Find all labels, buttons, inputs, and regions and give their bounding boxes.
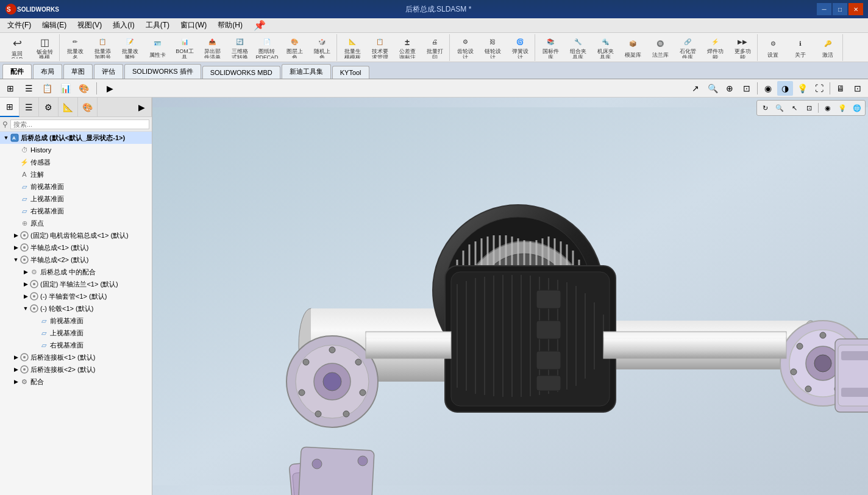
tree-history[interactable]: ▶ ⏱ History <box>0 144 152 156</box>
minimize-button[interactable]: ─ <box>817 3 831 15</box>
view-display-btn[interactable]: ◉ <box>760 81 776 96</box>
tb-petro-lib[interactable]: 🔗 石化管件库 <box>674 35 701 60</box>
tab-xindi[interactable]: 新迪工具集 <box>282 64 331 79</box>
tree-hub-right-plane[interactable]: ▶ ▱ 右视基准面 <box>0 339 152 351</box>
view-tools-btn[interactable]: ⊡ <box>850 81 866 96</box>
tree-hub-top-plane[interactable]: ▶ ▱ 上视基准面 <box>0 327 152 339</box>
panel-tab-property[interactable]: ☰ <box>20 98 39 117</box>
close-button[interactable]: ✕ <box>848 3 863 15</box>
fixed-flange-toggle[interactable]: ▶ <box>22 280 29 288</box>
tb-gear-design[interactable]: ⚙ 齿轮设计 <box>452 35 478 60</box>
tb-batch-rename[interactable]: ✏ 批量改名 <box>62 35 88 60</box>
tree-motor-gearbox[interactable]: ▶ (固定) 电机齿轮箱总成<1> (默认) <box>0 229 152 241</box>
tb-tolerance[interactable]: ± 公差查询标注 <box>394 35 421 60</box>
view-filter-btn[interactable]: ◑ <box>777 81 793 96</box>
tb-more[interactable]: ▶▶ 更多功能 <box>729 35 756 60</box>
vp-lights-btn[interactable]: 💡 <box>836 102 849 114</box>
sleeve-toggle[interactable]: ▶ <box>22 293 29 300</box>
motor-toggle[interactable]: ▶ <box>12 232 20 239</box>
cp2-toggle[interactable]: ▶ <box>12 366 20 373</box>
config-manager-btn[interactable]: 📋 <box>39 81 55 96</box>
tree-front-plane[interactable]: ▶ ▱ 前视基准面 <box>0 180 152 193</box>
viewport[interactable]: ↻ 🔍 ↖ ⊡ ◉ 💡 🌐 <box>152 98 868 495</box>
tb-batch-add-num[interactable]: 📋 批量添加图号 <box>89 35 116 60</box>
vp-scene-btn[interactable]: 🌐 <box>850 102 864 114</box>
feature-manager-btn[interactable]: ⊞ <box>2 81 18 96</box>
panel-tab-appear[interactable]: 🎨 <box>78 98 98 117</box>
tree-origin[interactable]: ▶ ⊕ 原点 <box>0 217 152 229</box>
tree-connect-plate1[interactable]: ▶ 后桥连接板<1> (默认) <box>0 351 152 363</box>
view-zoom-btn[interactable]: 🔍 <box>705 81 720 96</box>
menu-file[interactable]: 文件(F) <box>2 19 36 32</box>
tb-batch-prop[interactable]: 📝 批量改属性 <box>116 35 143 60</box>
vp-display-style-btn[interactable]: ◉ <box>821 102 834 114</box>
root-toggle[interactable]: ▼ <box>2 134 10 141</box>
tab-buju[interactable]: 布局 <box>33 64 62 79</box>
hub-toggle[interactable]: ▼ <box>22 305 29 312</box>
tb-settings[interactable]: ⚙ 设置 <box>760 35 786 60</box>
panel-tab-dim[interactable]: 📐 <box>59 98 78 117</box>
tree-half-shaft2[interactable]: ▼ 半轴总成<2> (默认) <box>0 254 152 266</box>
cp1-toggle[interactable]: ▶ <box>12 354 20 361</box>
vp-zoom-btn[interactable]: 🔍 <box>773 102 786 114</box>
view-zoomin-btn[interactable]: ⊕ <box>722 81 738 96</box>
tree-right-plane[interactable]: ▶ ▱ 右视基准面 <box>0 205 152 217</box>
tab-peijian[interactable]: 配件 <box>2 64 32 79</box>
tb-pdf[interactable]: 📄 图纸转PDFCAD <box>254 35 280 60</box>
dim-expert-btn[interactable]: 📊 <box>57 81 73 96</box>
tree-fixed-flange[interactable]: ▶ (固定) 半轴法兰<1> (默认) <box>0 278 152 290</box>
tb-tech-req[interactable]: 📋 技术要求管理 <box>366 35 393 60</box>
tb-export-bom[interactable]: 📤 异出部件清单 <box>199 35 226 60</box>
tree-top-plane[interactable]: ▶ ▱ 上视基准面 <box>0 193 152 205</box>
tb-activate[interactable]: 🔑 激活 <box>814 35 841 60</box>
tb-sheet-metal[interactable]: ◫ 钣金转换模 <box>31 35 58 60</box>
tb-flange-lib[interactable]: 🔘 法兰库 <box>647 35 674 60</box>
tree-sensor[interactable]: ▶ ⚡ 传感器 <box>0 156 152 168</box>
vp-rotate-btn[interactable]: ↻ <box>758 102 772 114</box>
view-scene-btn[interactable]: 💡 <box>794 81 810 96</box>
tb-std-lib[interactable]: 📚 国标件库 <box>537 35 564 60</box>
tb-prop-card[interactable]: 🪪 属性卡 <box>144 35 171 60</box>
tb-bom[interactable]: 📊 BOM工具 <box>171 35 198 60</box>
tb-random-color[interactable]: 🎲 随机上色 <box>308 35 335 60</box>
panel-tab-config[interactable]: ⚙ <box>39 98 59 117</box>
pin-icon[interactable]: 📌 <box>254 20 266 31</box>
tree-hub-front-plane[interactable]: ▶ ▱ 前视基准面 <box>0 315 152 327</box>
tab-kytool[interactable]: KYTool <box>332 66 369 79</box>
tree-mates-in-asm[interactable]: ▶ ⚙ 后桥总成 中的配合 <box>0 266 152 278</box>
maximize-button[interactable]: □ <box>833 3 847 15</box>
tb-sprocket-design[interactable]: ⛓ 链轮设计 <box>479 35 506 60</box>
tb-combo-fixture[interactable]: 🔧 组合夹具库 <box>564 35 591 60</box>
mates-toggle[interactable]: ▶ <box>12 378 20 385</box>
view-normal-btn[interactable]: ↗ <box>688 81 703 96</box>
tb-back-cad[interactable]: ↩ 返回CAD <box>4 35 30 60</box>
tab-pinggu[interactable]: 评估 <box>94 64 123 79</box>
tb-layer-color[interactable]: 🎨 图层上色 <box>281 35 308 60</box>
tree-sleeve[interactable]: ▶ (-) 半轴套管<1> (默认) <box>0 290 152 302</box>
menu-tools[interactable]: 工具(T) <box>141 19 174 32</box>
mates-in-asm-toggle[interactable]: ▶ <box>22 268 29 276</box>
tb-about[interactable]: ℹ 关于 <box>787 35 814 60</box>
panel-tab-feature[interactable]: ⊞ <box>0 98 20 117</box>
menu-view[interactable]: 视图(V) <box>73 19 107 32</box>
filter-input[interactable] <box>10 119 149 129</box>
tree-half-shaft1[interactable]: ▶ 半轴总成<1> (默认) <box>0 241 152 254</box>
view-more-btn[interactable]: ⛶ <box>811 81 827 96</box>
view-screen-btn[interactable]: 🖥 <box>833 81 848 96</box>
tree-connect-plate2[interactable]: ▶ 后桥连接板<2> (默认) <box>0 363 152 376</box>
tab-sw-mbd[interactable]: SOLIDWORKS MBD <box>202 66 280 79</box>
menu-insert[interactable]: 插入(I) <box>108 19 139 32</box>
vp-select-btn[interactable]: ↖ <box>788 102 801 114</box>
tb-print[interactable]: 🖨 批量打印 <box>421 35 448 60</box>
menu-window[interactable]: 窗口(W) <box>176 19 212 32</box>
tb-weld[interactable]: ⚡ 焊件功能 <box>702 35 728 60</box>
menu-help[interactable]: 帮助(H) <box>213 19 247 32</box>
tree-annotation[interactable]: ▶ A 注解 <box>0 168 152 180</box>
appearance-btn[interactable]: 🎨 <box>76 81 91 96</box>
tree-mates[interactable]: ▶ ⚙ 配合 <box>0 376 152 388</box>
property-manager-btn[interactable]: ☰ <box>21 81 37 96</box>
tb-spring-design[interactable]: 🌀 弹簧设计 <box>507 35 533 60</box>
tb-template[interactable]: 📐 批量生模模板 <box>339 35 366 60</box>
menu-edit[interactable]: 编辑(E) <box>37 19 71 32</box>
view-zoomsel-btn[interactable]: ⊡ <box>739 81 755 96</box>
